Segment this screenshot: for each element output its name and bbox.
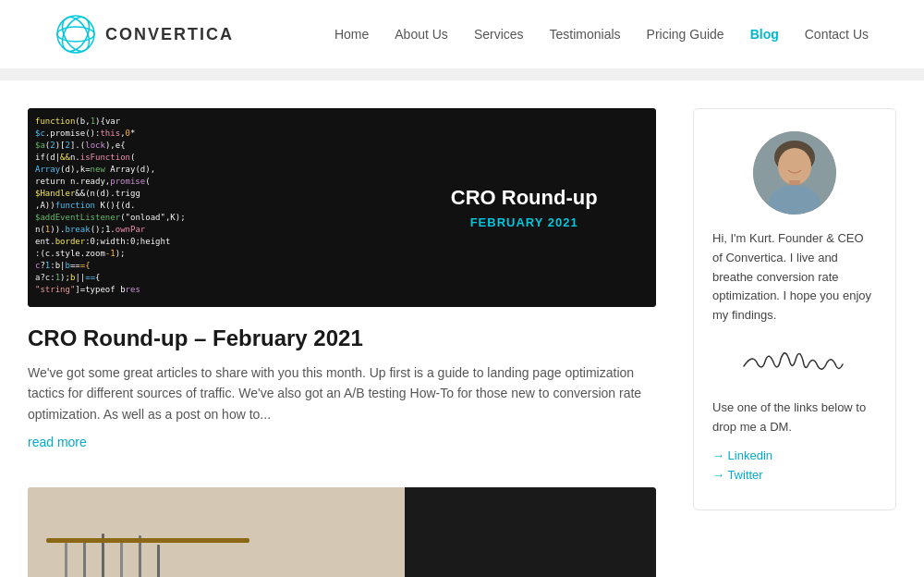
logo[interactable]: CONVERTICA: [55, 14, 234, 55]
site-header: CONVERTICA Home About Us Services Testim…: [0, 0, 924, 69]
avatar-svg: [753, 131, 836, 215]
cro-title: CRO Round-up: [451, 186, 598, 210]
avatar: [753, 131, 836, 215]
blog-post-2: [28, 487, 656, 577]
signature-container: [712, 338, 877, 384]
nav-blog[interactable]: Blog: [750, 27, 779, 42]
main-nav: Home About Us Services Testimonials Pric…: [334, 27, 869, 42]
sidebar: Hi, I'm Kurt. Founder & CEO of Convertic…: [693, 108, 896, 577]
post-image-title: CRO Round-up FEBRUARY 2021: [392, 108, 656, 307]
cro-subtitle: FEBRUARY 2021: [470, 215, 578, 229]
header-separator: [0, 69, 924, 80]
svg-rect-11: [157, 545, 160, 577]
logo-text: CONVERTICA: [105, 25, 234, 44]
twitter-link[interactable]: → Twitter: [712, 468, 877, 482]
post-image-kitchen: [28, 487, 656, 577]
nav-pricing[interactable]: Pricing Guide: [647, 27, 724, 42]
main-content: function(b,1){var $c.promise():this,0* $…: [9, 80, 915, 577]
avatar-container: [712, 131, 877, 215]
svg-point-1: [57, 14, 95, 55]
post-1-title: CRO Round-up – February 2021: [28, 325, 656, 351]
blog-column: function(b,1){var $c.promise():this,0* $…: [28, 108, 656, 577]
logo-icon: [55, 14, 96, 55]
nav-about[interactable]: About Us: [395, 27, 448, 42]
post-image-cro: function(b,1){var $c.promise():this,0* $…: [28, 108, 656, 307]
signature-svg: [739, 338, 850, 380]
post-1-read-more[interactable]: read more: [28, 435, 87, 449]
linkedin-link[interactable]: → Linkedin: [712, 448, 877, 462]
sidebar-card: Hi, I'm Kurt. Founder & CEO of Convertic…: [693, 108, 896, 510]
svg-point-19: [778, 148, 811, 185]
code-display: function(b,1){var $c.promise():this,0* $…: [28, 108, 392, 307]
nav-services[interactable]: Services: [474, 27, 524, 42]
svg-point-2: [57, 14, 95, 55]
svg-point-0: [57, 16, 94, 53]
nav-contact[interactable]: Contact Us: [805, 27, 869, 42]
svg-rect-7: [83, 538, 86, 577]
svg-rect-12: [46, 538, 249, 543]
nav-home[interactable]: Home: [334, 27, 369, 42]
post-1-excerpt: We've got some great articles to share w…: [28, 362, 656, 424]
svg-rect-6: [65, 543, 67, 577]
kitchen-svg: [28, 487, 656, 577]
svg-rect-16: [405, 487, 656, 577]
sidebar-bio: Hi, I'm Kurt. Founder & CEO of Convertic…: [712, 229, 877, 325]
nav-testimonials[interactable]: Testimonials: [550, 27, 621, 42]
dm-text: Use one of the links below to drop me a …: [712, 399, 877, 437]
svg-rect-9: [120, 541, 123, 577]
svg-point-3: [57, 27, 94, 42]
blog-post-1: function(b,1){var $c.promise():this,0* $…: [28, 108, 656, 450]
